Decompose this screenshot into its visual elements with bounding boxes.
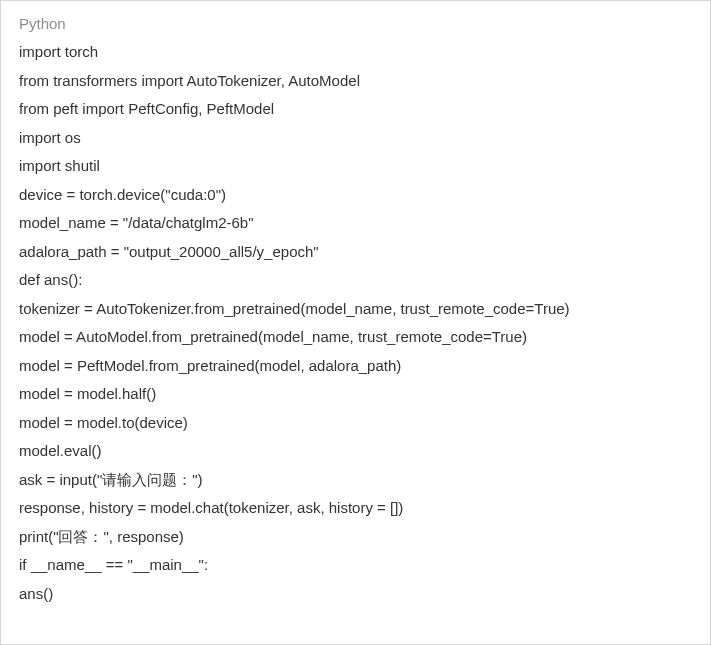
code-line: import os	[19, 124, 692, 153]
code-line: ans()	[19, 580, 692, 609]
code-line: ask = input("请输入问题：")	[19, 466, 692, 495]
code-line: model_name = "/data/chatglm2-6b"	[19, 209, 692, 238]
code-line: def ans():	[19, 266, 692, 295]
code-line: device = torch.device("cuda:0")	[19, 181, 692, 210]
code-line: model = AutoModel.from_pretrained(model_…	[19, 323, 692, 352]
code-line: from peft import PeftConfig, PeftModel	[19, 95, 692, 124]
language-label: Python	[19, 15, 692, 32]
code-line: import shutil	[19, 152, 692, 181]
code-block: Python import torch from transformers im…	[0, 0, 711, 645]
code-line: print("回答：", response)	[19, 523, 692, 552]
code-line: response, history = model.chat(tokenizer…	[19, 494, 692, 523]
code-line: model.eval()	[19, 437, 692, 466]
code-line: tokenizer = AutoTokenizer.from_pretraine…	[19, 295, 692, 324]
code-line: model = PeftModel.from_pretrained(model,…	[19, 352, 692, 381]
code-line: adalora_path = "output_20000_all5/y_epoc…	[19, 238, 692, 267]
code-line: model = model.half()	[19, 380, 692, 409]
code-line: if __name__ == "__main__":	[19, 551, 692, 580]
code-line: import torch	[19, 38, 692, 67]
code-line: from transformers import AutoTokenizer, …	[19, 67, 692, 96]
code-line: model = model.to(device)	[19, 409, 692, 438]
